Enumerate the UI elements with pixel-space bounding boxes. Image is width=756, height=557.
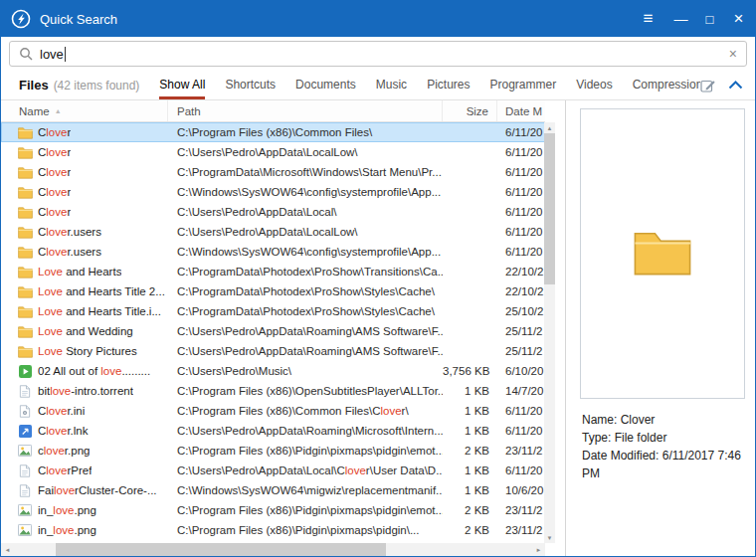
table-row[interactable]: CloverC:\ProgramData\Microsoft\Windows\S…	[1, 162, 545, 182]
table-row[interactable]: bitlove-intro.torrentC:\Program Files (x…	[1, 381, 545, 401]
tab-bar: Files(42 items found) Show AllShortcutsD…	[1, 71, 755, 100]
file-name-cell: Clover	[1, 146, 168, 159]
tab-pictures[interactable]: Pictures	[427, 71, 470, 99]
table-row[interactable]: Love Story PicturesC:\Users\Pedro\AppDat…	[1, 341, 545, 361]
file-path-cell: C:\Program Files (x86)\OpenSubtitlesPlay…	[168, 385, 443, 397]
file-size-cell: 3,756 KB	[443, 365, 497, 377]
file-size-cell: 2 KB	[443, 504, 497, 516]
folder-icon	[17, 186, 33, 199]
folder-preview-icon	[633, 229, 692, 279]
file-path-cell: C:\ProgramData\Microsoft\Windows\Start M…	[168, 166, 443, 178]
minimize-icon[interactable]: —	[666, 1, 695, 37]
table-row[interactable]: CloverC:\Users\Pedro\AppData\LocalLow\6/…	[1, 142, 545, 162]
file-name-cell: Clover	[1, 186, 168, 199]
files-count-label: Files(42 items found)	[19, 78, 139, 93]
table-row[interactable]: CloverC:\Windows\SysWOW64\config\systemp…	[1, 182, 545, 202]
file-date-cell: 6/10/20	[497, 365, 545, 377]
file-date-cell: 6/11/20	[497, 166, 545, 178]
file-path-cell: C:\Windows\SysWOW64\config\systemprofile…	[168, 246, 443, 258]
media-icon	[17, 365, 33, 378]
close-icon[interactable]: ×	[724, 1, 753, 37]
table-row[interactable]: in_love.pngC:\Program Files (x86)\Pidgin…	[1, 500, 545, 520]
items-found-count: (42 items found)	[54, 79, 140, 93]
table-row[interactable]: 02 All out of love.........C:\Users\Pedr…	[1, 361, 545, 381]
preview-pane: Name: Clover Type: File folder Date Modi…	[566, 100, 755, 556]
edit-icon[interactable]	[700, 78, 716, 93]
clear-search-icon[interactable]: ×	[729, 47, 737, 61]
doc-icon	[17, 385, 33, 398]
file-name-cell: Love Story Pictures	[1, 345, 168, 358]
file-path-cell: C:\Users\Pedro\AppData\Roaming\AMS Softw…	[168, 345, 443, 357]
maximize-icon[interactable]: □	[695, 1, 724, 37]
table-row[interactable]: Love and Hearts Title 2...C:\ProgramData…	[1, 281, 545, 301]
table-row[interactable]: Clover.lnkC:\Users\Pedro\AppData\Roaming…	[1, 421, 545, 441]
folder-icon	[17, 285, 33, 298]
file-name-cell: Love and Wedding	[1, 325, 168, 338]
file-date-cell: 22/10/2	[497, 285, 545, 297]
folder-icon	[17, 226, 33, 239]
vertical-scrollbar-thumb[interactable]	[544, 133, 555, 284]
file-date-cell: 10/6/20	[497, 484, 545, 496]
file-size-cell: 2 KB	[443, 524, 497, 536]
column-path[interactable]: Path	[168, 100, 443, 121]
tab-music[interactable]: Music	[376, 71, 407, 99]
scroll-left-icon[interactable]: ◄	[1, 543, 14, 556]
window-controls: ≡ — □ ×	[634, 1, 755, 37]
folder-icon	[17, 246, 33, 259]
column-name[interactable]: Name ▲	[1, 100, 168, 121]
tab-show-all[interactable]: Show All	[159, 71, 205, 99]
file-name-cell: 02 All out of love.........	[1, 365, 168, 378]
file-name-cell: Love and Hearts Title.i...	[1, 305, 168, 318]
folder-icon	[17, 126, 33, 139]
table-row[interactable]: Love and HeartsC:\ProgramData\Photodex\P…	[1, 262, 545, 281]
horizontal-scrollbar-thumb[interactable]	[56, 543, 386, 556]
file-date-cell: 6/11/20	[497, 425, 545, 437]
table-row[interactable]: CloverC:\Users\Pedro\AppData\Local\6/11/…	[1, 202, 545, 222]
scroll-right-icon[interactable]: ►	[532, 543, 545, 556]
scroll-down-icon[interactable]: ▼	[544, 532, 555, 543]
vertical-scrollbar[interactable]: ▲ ▼	[544, 122, 555, 543]
tab-compression[interactable]: Compression	[633, 71, 700, 99]
file-name-cell: Clover.users	[1, 226, 168, 239]
tab-videos[interactable]: Videos	[576, 71, 612, 99]
table-row[interactable]: clover.pngC:\Program Files (x86)\Pidgin\…	[1, 441, 545, 461]
file-date-cell: 6/11/20	[497, 186, 545, 198]
horizontal-scrollbar[interactable]: ◄ ►	[1, 543, 545, 556]
tab-shortcuts[interactable]: Shortcuts	[225, 71, 276, 99]
table-row[interactable]: FailoverCluster-Core-...C:\Windows\SysWO…	[1, 480, 545, 500]
table-row[interactable]: Clover.iniC:\Program Files (x86)\Common …	[1, 401, 545, 421]
tab-programmer[interactable]: Programmer	[489, 71, 556, 99]
file-path-cell: C:\ProgramData\Photodex\ProShow\Transiti…	[168, 266, 443, 278]
file-date-cell: 25/11/2	[497, 325, 545, 337]
tab-documents[interactable]: Documents	[295, 71, 356, 99]
files-label: Files	[19, 78, 49, 93]
table-row[interactable]: Clover.usersC:\Windows\SysWOW64\config\s…	[1, 242, 545, 262]
file-name-cell: Clover.lnk	[1, 425, 168, 438]
file-list-pane: Name ▲ Path Size Date M CloverC:\Program…	[1, 100, 566, 556]
collapse-chevron-icon[interactable]	[728, 81, 743, 90]
preview-info: Name: Clover Type: File folder Date Modi…	[580, 411, 745, 482]
table-row[interactable]: Love and Hearts Title.i...C:\ProgramData…	[1, 301, 545, 321]
file-path-cell: C:\Users\Pedro\AppData\Roaming\Microsoft…	[168, 425, 443, 437]
search-icon	[19, 47, 33, 61]
search-input[interactable]: love ×	[9, 41, 747, 67]
file-name-cell: Clover.ini	[1, 405, 168, 418]
file-name-cell: Clover	[1, 166, 168, 179]
file-path-cell: C:\Users\Pedro\AppData\Local\Clover\User…	[168, 464, 443, 476]
doc-icon	[17, 484, 33, 497]
table-row[interactable]: CloverC:\Program Files (x86)\Common File…	[1, 122, 545, 142]
menu-icon[interactable]: ≡	[634, 1, 662, 37]
table-row[interactable]: Love and WeddingC:\Users\Pedro\AppData\R…	[1, 321, 545, 341]
scroll-up-icon[interactable]: ▲	[544, 122, 555, 133]
preview-date-modified: Date Modified: 6/11/2017 7:46 PM	[582, 447, 745, 482]
table-row[interactable]: CloverPrefC:\Users\Pedro\AppData\Local\C…	[1, 461, 545, 480]
table-row[interactable]: Clover.usersC:\Users\Pedro\AppData\Local…	[1, 222, 545, 242]
folder-icon	[17, 345, 33, 358]
window-title: Quick Search	[40, 12, 117, 27]
preview-name: Name: Clover	[582, 411, 745, 429]
table-row[interactable]: in_love.pngC:\Program Files (x86)\Pidgin…	[1, 520, 545, 540]
tab-list: Show AllShortcutsDocumentsMusicPicturesP…	[159, 71, 700, 99]
file-name-cell: Love and Hearts	[1, 266, 168, 278]
column-date-modified[interactable]: Date M	[497, 100, 545, 121]
column-size[interactable]: Size	[443, 100, 497, 121]
